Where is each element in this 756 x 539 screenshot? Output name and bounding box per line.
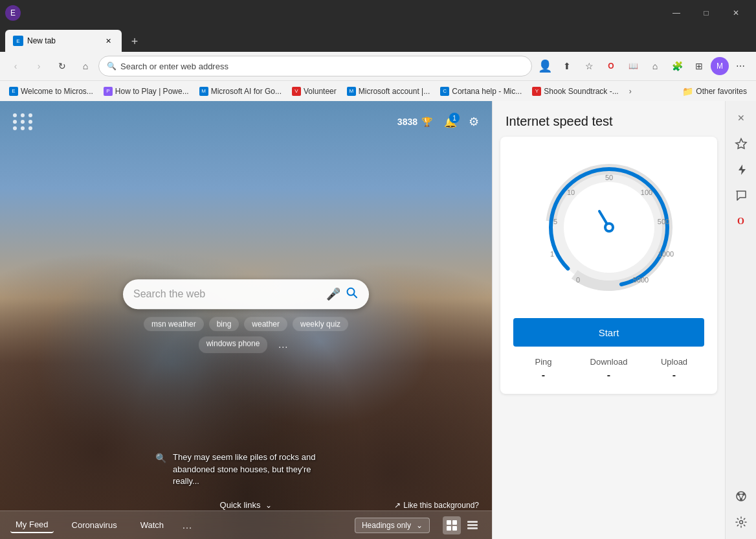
home-button[interactable]: ⌂ — [75, 56, 96, 76]
favorites-bar: E Welcome to Micros... P How to Play | P… — [0, 80, 756, 101]
fav-label: Volunteer — [304, 87, 337, 96]
extensions-btn[interactable]: 🧩 — [667, 56, 687, 76]
svg-line-31 — [741, 494, 744, 499]
svg-text:1000: 1000 — [658, 250, 673, 258]
download-metric: Download - — [579, 357, 639, 381]
maximize-button[interactable]: □ — [691, 3, 721, 23]
upload-metric: Upload - — [644, 357, 704, 381]
active-tab[interactable]: E New tab ✕ — [5, 30, 122, 52]
share-btn[interactable]: ⬆ — [557, 56, 577, 76]
settings-sidebar-icon[interactable] — [729, 510, 753, 534]
favorites-btn[interactable]: ☆ — [579, 56, 599, 76]
my-feed-tab[interactable]: My Feed — [10, 517, 54, 533]
fav-item[interactable]: M Microsoft account |... — [343, 86, 434, 97]
photo-search-icon[interactable]: 🔍 — [155, 453, 166, 463]
suggestion-chip[interactable]: bing — [209, 317, 239, 331]
fav-label: How to Play | Powe... — [115, 87, 189, 96]
quick-links-bar[interactable]: Quick links ⌄ — [220, 500, 272, 510]
list-view-button[interactable] — [463, 516, 482, 534]
close-panel-icon[interactable]: ✕ — [729, 106, 753, 130]
fav-icon: E — [9, 87, 18, 96]
fav-item[interactable]: M Microsoft AI for Go... — [195, 86, 285, 97]
fav-label: Microsoft AI for Go... — [211, 87, 282, 96]
title-bar: E — □ ✕ — [0, 0, 756, 26]
fav-more-button[interactable]: › — [625, 86, 636, 97]
svg-text:10: 10 — [566, 189, 574, 196]
office-btn[interactable]: O — [601, 56, 621, 76]
search-go-icon[interactable] — [346, 286, 359, 303]
fav-icon: Y — [532, 87, 541, 96]
new-tab-button[interactable]: + — [124, 31, 145, 52]
forward-button[interactable]: › — [28, 56, 49, 76]
view-icons — [443, 516, 482, 534]
tab-favicon: E — [13, 36, 23, 46]
points-badge[interactable]: 3838 🏆 — [397, 117, 432, 127]
like-bg-text: Like this background? — [403, 501, 479, 510]
toolbar-icons: 👤 ⬆ ☆ O 📖 ⌂ 🧩 ⊞ M ⋯ — [535, 56, 751, 76]
sidebar-btn[interactable]: ⊞ — [689, 56, 709, 76]
tab-close-button[interactable]: ✕ — [102, 35, 114, 47]
minimize-button[interactable]: — — [662, 3, 691, 23]
notification-button[interactable]: 🔔 1 — [440, 111, 461, 132]
reading-view-btn[interactable]: 📖 — [623, 56, 643, 76]
watch-tab[interactable]: Watch — [135, 518, 169, 533]
suggestion-chip[interactable]: weekly quiz — [293, 317, 348, 331]
settings-button[interactable]: ⚙ — [469, 115, 479, 129]
svg-rect-5 — [452, 526, 457, 531]
header-right: 3838 🏆 🔔 1 ⚙ — [397, 111, 479, 132]
connections-sidebar-icon[interactable] — [729, 485, 753, 508]
ping-value: - — [513, 369, 573, 381]
more-btn[interactable]: ⋯ — [730, 56, 751, 76]
coronavirus-tab[interactable]: Coronavirus — [67, 518, 122, 533]
close-button[interactable]: ✕ — [721, 3, 751, 23]
fav-item[interactable]: P How to Play | Powe... — [100, 86, 193, 97]
lightning-icon[interactable] — [729, 158, 753, 181]
svg-text:0: 0 — [575, 276, 579, 284]
fav-icon: C — [440, 87, 449, 96]
fav-label: Welcome to Micros... — [21, 87, 93, 96]
more-suggestions[interactable]: … — [272, 336, 293, 353]
favorites-sidebar-icon[interactable] — [729, 132, 753, 155]
fav-label: Shook Soundtrack -... — [544, 87, 618, 96]
svg-point-32 — [739, 521, 742, 524]
search-icon: 🔍 — [107, 62, 117, 71]
svg-rect-2 — [447, 520, 451, 525]
address-bar[interactable]: 🔍 Search or enter web address — [98, 56, 532, 76]
suggestion-chip[interactable]: windows phone — [199, 336, 268, 353]
grid-view-button[interactable] — [443, 516, 461, 534]
start-button[interactable]: Start — [513, 318, 704, 347]
profile-btn[interactable]: 👤 — [535, 56, 555, 76]
dot — [13, 120, 17, 124]
fav-item[interactable]: E Welcome to Micros... — [5, 86, 97, 97]
fav-other-button[interactable]: 📁 Other favorites — [678, 85, 751, 98]
fav-item[interactable]: Y Shook Soundtrack -... — [528, 86, 622, 97]
search-input[interactable]: Search the web — [133, 288, 321, 300]
like-background-button[interactable]: ↗ Like this background? — [394, 501, 479, 510]
search-container: Search the web 🎤 msn weather bing weathe… — [123, 279, 369, 353]
svg-text:100: 100 — [640, 189, 652, 196]
download-value: - — [579, 369, 639, 381]
svg-text:50: 50 — [605, 174, 612, 181]
user-profile-btn[interactable]: M — [711, 57, 729, 75]
suggestion-chip[interactable]: weather — [244, 317, 287, 331]
mic-icon[interactable]: 🎤 — [326, 287, 340, 301]
back-button[interactable]: ‹ — [5, 56, 26, 76]
refresh-button[interactable]: ↻ — [52, 56, 72, 76]
fav-item[interactable]: V Volunteer — [288, 86, 340, 97]
fav-item[interactable]: C Cortana help - Mic... — [436, 86, 526, 97]
chat-icon[interactable] — [729, 184, 753, 207]
app-menu-dots[interactable] — [13, 113, 34, 130]
profile-icon[interactable]: E — [5, 5, 21, 21]
upload-label: Upload — [644, 357, 704, 367]
more-tabs-button[interactable]: … — [182, 520, 192, 531]
new-tab-header: 3838 🏆 🔔 1 ⚙ — [0, 101, 492, 143]
address-text: Search or enter web address — [120, 62, 524, 71]
headings-dropdown[interactable]: Headings only ⌄ — [355, 518, 430, 533]
office-sidebar-icon[interactable]: O — [729, 210, 753, 233]
search-box[interactable]: Search the web 🎤 — [123, 279, 369, 309]
svg-text:500: 500 — [657, 218, 669, 225]
suggestion-chip[interactable]: msn weather — [144, 317, 204, 331]
ping-label: Ping — [513, 357, 573, 367]
collections-btn[interactable]: ⌂ — [645, 56, 665, 76]
browser-sidebar: ✕ O — [725, 101, 756, 539]
